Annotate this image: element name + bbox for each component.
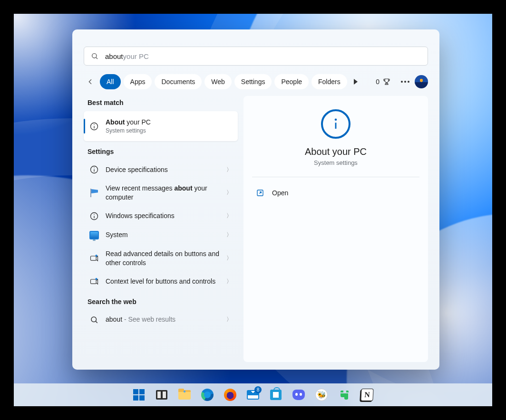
info-icon bbox=[89, 122, 99, 131]
windows-logo-icon bbox=[133, 389, 145, 401]
result-advanced-button-details[interactable]: Read advanced details on buttons and oth… bbox=[84, 245, 238, 272]
bee-app-button[interactable]: 🐝 bbox=[312, 385, 331, 404]
svg-point-10 bbox=[94, 167, 95, 168]
filter-chip-documents[interactable]: Documents bbox=[155, 74, 202, 89]
detail-title: About your PC bbox=[305, 146, 367, 157]
svg-line-19 bbox=[96, 321, 97, 323]
task-view-icon bbox=[156, 390, 167, 400]
svg-point-2 bbox=[401, 81, 403, 83]
notion-button[interactable]: N bbox=[358, 385, 377, 404]
filter-chip-apps[interactable]: Apps bbox=[124, 74, 152, 89]
info-icon bbox=[89, 165, 99, 174]
rewards-button[interactable]: 0 bbox=[376, 77, 391, 86]
microsoft-store-button[interactable] bbox=[266, 385, 285, 404]
ellipsis-icon bbox=[401, 81, 409, 83]
filter-chip-folders[interactable]: Folders bbox=[311, 74, 347, 89]
evernote-button[interactable] bbox=[335, 385, 354, 404]
open-link-icon bbox=[256, 189, 264, 197]
start-button[interactable] bbox=[129, 385, 148, 404]
filter-chip-settings[interactable]: Settings bbox=[234, 74, 272, 89]
result-web-search[interactable]: about - See web results 〉 bbox=[84, 310, 238, 329]
svg-point-17 bbox=[96, 278, 97, 280]
section-title-settings: Settings bbox=[88, 148, 238, 155]
svg-point-18 bbox=[91, 317, 97, 322]
result-best-match[interactable]: About your PC System settings bbox=[84, 111, 238, 141]
result-recent-messages[interactable]: View recent messages about your computer… bbox=[84, 179, 238, 207]
search-icon bbox=[89, 315, 99, 325]
chevron-right-icon: 〉 bbox=[226, 277, 232, 286]
edge-icon bbox=[201, 389, 214, 401]
accessibility-icon bbox=[89, 254, 99, 263]
monitor-icon bbox=[89, 230, 99, 240]
svg-point-0 bbox=[92, 54, 97, 58]
mail-button[interactable]: 8 bbox=[243, 385, 263, 404]
section-title-web: Search the web bbox=[88, 298, 238, 305]
svg-point-7 bbox=[94, 124, 95, 125]
search-input[interactable]: about your PC bbox=[84, 47, 428, 66]
taskbar: 8 🐝 N bbox=[14, 383, 492, 406]
rewards-points: 0 bbox=[376, 78, 380, 86]
file-explorer-button[interactable] bbox=[175, 385, 194, 404]
svg-point-3 bbox=[404, 81, 406, 83]
detail-subtitle: System settings bbox=[314, 159, 358, 166]
svg-point-4 bbox=[408, 81, 409, 83]
trophy-icon bbox=[382, 77, 391, 86]
svg-rect-16 bbox=[91, 279, 97, 284]
back-button[interactable] bbox=[84, 75, 97, 88]
open-button[interactable]: Open bbox=[252, 183, 419, 203]
section-title-best-match: Best match bbox=[88, 99, 238, 106]
filters-scroll-right[interactable] bbox=[350, 79, 361, 85]
edge-button[interactable] bbox=[198, 385, 217, 404]
discord-icon bbox=[292, 390, 305, 400]
svg-point-13 bbox=[94, 214, 95, 215]
chevron-right-icon: 〉 bbox=[226, 166, 232, 174]
user-avatar[interactable] bbox=[415, 75, 428, 88]
filter-chip-web[interactable]: Web bbox=[204, 74, 232, 89]
microsoft-store-icon bbox=[270, 390, 282, 400]
start-search-popup: about your PC All Apps Documents Web Set… bbox=[72, 29, 439, 370]
task-view-button[interactable] bbox=[152, 385, 171, 404]
detail-pane: About your PC System settings Open bbox=[243, 96, 428, 362]
svg-rect-14 bbox=[91, 256, 97, 260]
search-autocomplete-suffix: your PC bbox=[123, 52, 149, 60]
filter-chip-all[interactable]: All bbox=[100, 74, 121, 89]
notion-icon: N bbox=[360, 389, 373, 401]
chevron-right-icon: 〉 bbox=[226, 231, 232, 239]
result-windows-specifications[interactable]: Windows specifications 〉 bbox=[84, 207, 238, 226]
chevron-right-icon: 〉 bbox=[226, 315, 232, 324]
firefox-icon bbox=[224, 389, 236, 401]
firefox-button[interactable] bbox=[221, 385, 240, 404]
chevron-right-icon: 〉 bbox=[226, 212, 232, 220]
svg-point-21 bbox=[335, 119, 337, 121]
svg-point-15 bbox=[96, 255, 97, 257]
filter-chip-people[interactable]: People bbox=[274, 74, 309, 89]
bee-icon: 🐝 bbox=[315, 389, 328, 401]
result-device-specifications[interactable]: Device specifications 〉 bbox=[84, 160, 238, 179]
evernote-icon bbox=[339, 389, 350, 401]
file-explorer-icon bbox=[178, 390, 191, 400]
info-icon bbox=[321, 109, 350, 139]
more-options-button[interactable] bbox=[399, 75, 412, 88]
info-icon bbox=[89, 211, 99, 221]
search-icon bbox=[91, 52, 98, 60]
search-typed-text: about bbox=[105, 52, 123, 60]
chevron-right-icon: 〉 bbox=[226, 189, 232, 197]
flag-icon bbox=[89, 188, 99, 198]
accessibility-icon bbox=[89, 277, 99, 286]
result-system[interactable]: System 〉 bbox=[84, 226, 238, 245]
chevron-right-icon: 〉 bbox=[226, 254, 232, 262]
svg-line-1 bbox=[96, 57, 97, 59]
result-context-level-controls[interactable]: Context level for buttons and controls 〉 bbox=[84, 272, 238, 291]
discord-button[interactable] bbox=[289, 385, 308, 404]
mail-badge: 8 bbox=[254, 386, 262, 393]
filter-chips: All Apps Documents Web Settings People F… bbox=[100, 74, 347, 89]
results-list: Best match About your PC System settings… bbox=[84, 96, 238, 362]
